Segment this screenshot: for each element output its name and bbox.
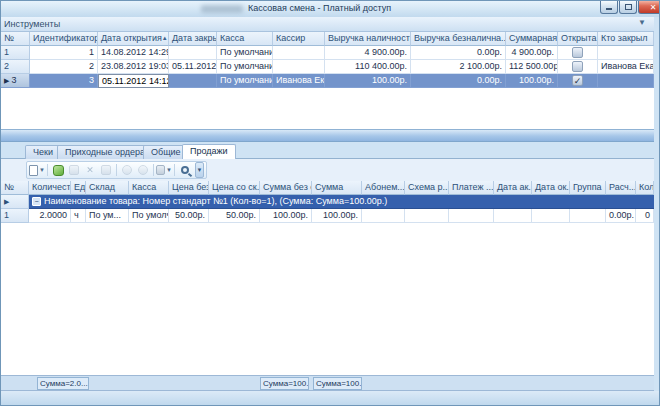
cell-open-date-editor[interactable]: 05.11.2012 14:12 xyxy=(98,74,169,88)
tab-prodazhi[interactable]: Продажи xyxy=(182,144,236,159)
cell-open-date[interactable]: 14.08.2012 14:29 xyxy=(98,46,169,60)
column-header-kassa[interactable]: Касса xyxy=(217,32,273,46)
new-record-button[interactable]: ▼ xyxy=(29,163,45,177)
row-header[interactable]: 1 xyxy=(1,209,29,223)
column-header-date-act[interactable]: Дата ак... xyxy=(494,181,532,195)
column-header-scheme[interactable]: Схема р... xyxy=(405,181,449,195)
tab-prihodnye-ordera[interactable]: Приходные ордера xyxy=(57,145,153,159)
column-header-kassir[interactable]: Кассир xyxy=(273,32,325,46)
group-row[interactable]: ▶ − Наименование товара: Номер стандарт … xyxy=(1,195,654,209)
cell-total[interactable]: 4 900.00р. xyxy=(506,46,558,60)
cell-cashless[interactable]: 2 100.00р. xyxy=(411,60,506,74)
table-row[interactable]: 1 2.0000 ч По ум... По умолчан... 50.00р… xyxy=(1,209,654,223)
column-header-sklad[interactable]: Склад xyxy=(86,181,129,195)
cell-kassa[interactable]: По умолчан... xyxy=(129,209,169,223)
column-header-close-date[interactable]: Дата закрытия xyxy=(169,32,217,46)
maximize-button[interactable] xyxy=(619,1,637,14)
cell-price-disc[interactable]: 50.00р. xyxy=(209,209,260,223)
column-header-qty[interactable]: Количество xyxy=(29,181,71,195)
cell-closed-by[interactable] xyxy=(598,46,654,60)
column-header-payment[interactable]: Платеж ... xyxy=(449,181,494,195)
cell-total[interactable]: 112 500.00р. xyxy=(506,60,558,74)
cell-abonem[interactable] xyxy=(362,209,405,223)
column-header-total-revenue[interactable]: Суммарная выручка ... xyxy=(506,32,558,46)
cell-kol-tr[interactable]: 0 xyxy=(636,209,654,223)
cell-kassa[interactable]: По умолчанию xyxy=(217,60,273,74)
minimize-button[interactable] xyxy=(600,1,618,14)
export-button[interactable]: ▼ xyxy=(156,163,172,177)
column-header-opened[interactable]: Открыта xyxy=(558,32,598,46)
column-header-num[interactable]: № xyxy=(1,181,29,195)
cell-open-date[interactable]: 23.08.2012 19:03 xyxy=(98,60,169,74)
cell-sum[interactable]: 100.00р. xyxy=(312,209,362,223)
column-header-abonem[interactable]: Абонем... xyxy=(362,181,405,195)
menu-item-tools[interactable]: Инструменты xyxy=(0,19,66,29)
cell-closed-by[interactable] xyxy=(598,74,654,88)
row-header[interactable]: 1 xyxy=(1,46,30,60)
column-header-rasch[interactable]: Расч... xyxy=(606,181,636,195)
column-header-group[interactable]: Группа xyxy=(570,181,606,195)
cell-kassir[interactable] xyxy=(273,60,325,74)
prev-button[interactable] xyxy=(119,163,135,177)
cell-rasch[interactable]: 0.00р. xyxy=(606,209,636,223)
cell-cash[interactable]: 100.00р. xyxy=(325,74,411,88)
cell-date-act[interactable] xyxy=(494,209,532,223)
copy-button[interactable] xyxy=(98,163,114,177)
search-button[interactable] xyxy=(177,163,193,177)
cell-payment[interactable] xyxy=(449,209,494,223)
column-header-cash-revenue[interactable]: Выручка наличности за ... xyxy=(325,32,411,46)
row-header[interactable]: ▶3 xyxy=(1,74,30,88)
cell-date-end[interactable] xyxy=(532,209,570,223)
cell-cash[interactable]: 4 900.00р. xyxy=(325,46,411,60)
cell-kassir[interactable]: Иванова Ека... xyxy=(273,74,325,88)
cell-cash[interactable]: 110 400.00р. xyxy=(325,60,411,74)
delete-button[interactable]: ✕ xyxy=(82,163,98,177)
column-header-num[interactable]: № xyxy=(1,32,30,46)
table-row[interactable]: 2 2 23.08.2012 19:03 05.11.2012 14... По… xyxy=(1,60,654,74)
column-header-sum[interactable]: Сумма xyxy=(312,181,362,195)
cell-unit[interactable]: ч xyxy=(71,209,86,223)
cell-kassa[interactable]: По умолчанию xyxy=(217,46,273,60)
cell-close-date[interactable]: 05.11.2012 14... xyxy=(169,60,217,74)
opened-checkbox[interactable] xyxy=(572,61,583,72)
column-header-price-disc[interactable]: Цена со ск... xyxy=(209,181,260,195)
menubar-overflow-icon[interactable]: ▼ xyxy=(638,18,646,27)
cell-sklad[interactable]: По ум... xyxy=(86,209,129,223)
cell-id[interactable]: 2 xyxy=(30,60,98,74)
toolbar-overflow-button[interactable]: ▼ xyxy=(195,162,204,178)
column-header-sum-no-disc[interactable]: Сумма без ски... xyxy=(260,181,312,195)
cell-scheme[interactable] xyxy=(405,209,449,223)
cell-total[interactable]: 100.00р. xyxy=(506,74,558,88)
column-header-cashless-revenue[interactable]: Выручка безналична... xyxy=(411,32,506,46)
next-button[interactable] xyxy=(135,163,151,177)
group-row-bar[interactable]: − Наименование товара: Номер стандарт №1… xyxy=(29,195,654,209)
cell-price[interactable]: 50.00р. xyxy=(169,209,209,223)
column-header-open-date[interactable]: Дата открытия ▲ xyxy=(98,32,169,46)
cell-group[interactable] xyxy=(570,209,606,223)
cell-id[interactable]: 1 xyxy=(30,46,98,60)
cell-kassir[interactable] xyxy=(273,46,325,60)
cell-cashless[interactable]: 0.00р. xyxy=(411,74,506,88)
cell-closed-by[interactable]: Иванова Екатерина xyxy=(598,60,654,74)
title-bar[interactable]: Кассовая смена - Платный доступ ✕ xyxy=(1,1,659,17)
cell-close-date[interactable] xyxy=(169,46,217,60)
cell-kassa[interactable]: По умолчанию xyxy=(217,74,273,88)
opened-checkbox[interactable] xyxy=(572,47,583,58)
cell-qty[interactable]: 2.0000 xyxy=(29,209,71,223)
column-header-id[interactable]: Идентификатор xyxy=(30,32,98,46)
open-button[interactable] xyxy=(50,163,66,177)
cell-cashless[interactable]: 0.00р. xyxy=(411,46,506,60)
cell-close-date[interactable] xyxy=(169,74,217,88)
edit-button[interactable] xyxy=(66,163,82,177)
column-header-unit[interactable]: Ед. xyxy=(71,181,86,195)
row-header[interactable]: 2 xyxy=(1,60,30,74)
column-header-kassa[interactable]: Касса xyxy=(129,181,169,195)
cell-sum-no-disc[interactable]: 100.00р. xyxy=(260,209,312,223)
splitter-bar[interactable] xyxy=(1,129,654,142)
collapse-icon[interactable]: − xyxy=(32,197,41,206)
column-header-date-end[interactable]: Дата ок... xyxy=(532,181,570,195)
cell-id[interactable]: 3 xyxy=(30,74,98,88)
column-header-price[interactable]: Цена без ... xyxy=(169,181,209,195)
opened-checkbox-checked[interactable]: ✓ xyxy=(572,75,583,86)
column-header-kol-tr[interactable]: Кол. тр... xyxy=(636,181,654,195)
